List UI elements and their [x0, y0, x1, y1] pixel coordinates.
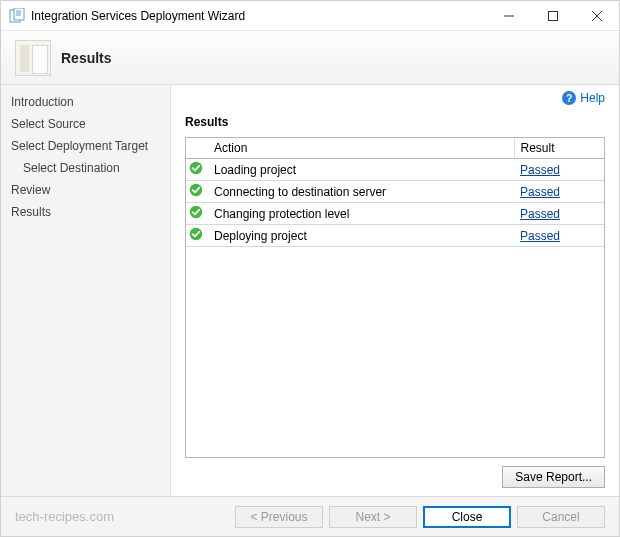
status-icon-cell [186, 159, 208, 181]
result-link[interactable]: Passed [520, 207, 560, 221]
column-header-action[interactable]: Action [208, 138, 514, 159]
page-header: Results [1, 31, 619, 85]
result-link[interactable]: Passed [520, 185, 560, 199]
results-table: Action Result Loading projectPassedConne… [186, 138, 604, 247]
action-cell: Changing protection level [208, 203, 514, 225]
action-cell: Deploying project [208, 225, 514, 247]
table-row: Deploying projectPassed [186, 225, 604, 247]
help-link[interactable]: ? Help [562, 91, 605, 105]
result-cell: Passed [514, 203, 604, 225]
check-circle-icon [189, 208, 203, 222]
sidebar-item-introduction[interactable]: Introduction [1, 91, 170, 113]
sidebar-item-select-deployment-target[interactable]: Select Deployment Target [1, 135, 170, 157]
sidebar-item-select-destination[interactable]: Select Destination [1, 157, 170, 179]
cancel-button[interactable]: Cancel [517, 506, 605, 528]
page-icon [15, 40, 51, 76]
help-icon: ? [562, 91, 576, 105]
status-icon-cell [186, 225, 208, 247]
sidebar-item-review[interactable]: Review [1, 179, 170, 201]
action-cell: Connecting to destination server [208, 181, 514, 203]
action-cell: Loading project [208, 159, 514, 181]
app-icon [9, 8, 25, 24]
sidebar: Introduction Select Source Select Deploy… [1, 85, 171, 496]
window-title: Integration Services Deployment Wizard [31, 9, 245, 23]
help-label: Help [580, 91, 605, 105]
footer: tech-recipes.com < Previous Next > Close… [1, 496, 619, 536]
result-link[interactable]: Passed [520, 163, 560, 177]
sidebar-item-select-source[interactable]: Select Source [1, 113, 170, 135]
sidebar-item-results[interactable]: Results [1, 201, 170, 223]
next-button[interactable]: Next > [329, 506, 417, 528]
svg-rect-2 [549, 11, 558, 20]
maximize-button[interactable] [531, 1, 575, 31]
results-table-container: Action Result Loading projectPassedConne… [185, 137, 605, 458]
section-title: Results [185, 115, 605, 129]
table-row: Connecting to destination serverPassed [186, 181, 604, 203]
page-title: Results [61, 50, 112, 66]
table-row: Changing protection levelPassed [186, 203, 604, 225]
previous-button[interactable]: < Previous [235, 506, 323, 528]
result-link[interactable]: Passed [520, 229, 560, 243]
result-cell: Passed [514, 225, 604, 247]
svg-rect-1 [14, 8, 24, 20]
main-panel: ? Help Results Action Result Loading pro… [171, 85, 619, 496]
watermark: tech-recipes.com [15, 509, 229, 524]
result-cell: Passed [514, 159, 604, 181]
table-row: Loading projectPassed [186, 159, 604, 181]
check-circle-icon [189, 186, 203, 200]
titlebar: Integration Services Deployment Wizard [1, 1, 619, 31]
save-report-button[interactable]: Save Report... [502, 466, 605, 488]
check-circle-icon [189, 164, 203, 178]
column-header-result[interactable]: Result [514, 138, 604, 159]
result-cell: Passed [514, 181, 604, 203]
column-header-status-icon[interactable] [186, 138, 208, 159]
close-window-button[interactable] [575, 1, 619, 31]
minimize-button[interactable] [487, 1, 531, 31]
check-circle-icon [189, 230, 203, 244]
close-button[interactable]: Close [423, 506, 511, 528]
status-icon-cell [186, 181, 208, 203]
status-icon-cell [186, 203, 208, 225]
